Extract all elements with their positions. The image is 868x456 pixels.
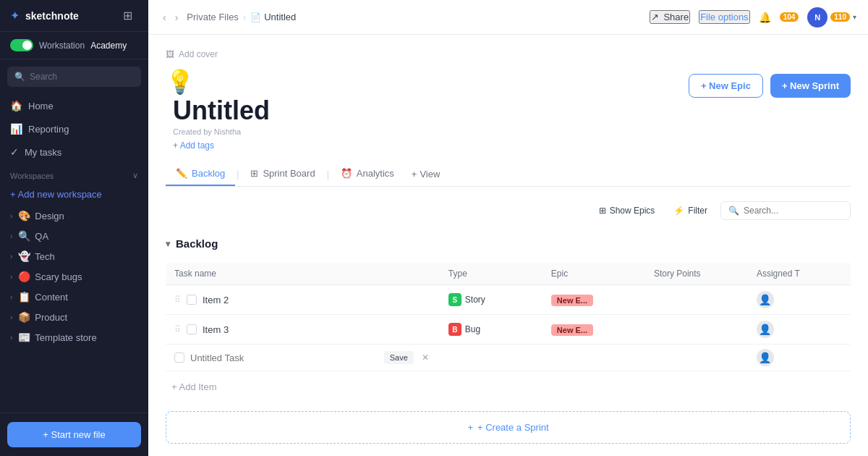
product-chevron: › [10,313,12,321]
toggle-dot [22,41,32,50]
sidebar-item-template-store[interactable]: › 📰 Template store [0,327,148,347]
show-epics-icon: ⊞ [599,206,606,216]
table-toolbar: ⊞ Show Epics ⚡ Filter 🔍 [166,198,851,223]
col-epic: Epic [542,263,645,285]
content-label: Content [35,292,68,303]
avatar[interactable]: N [807,7,827,28]
new-task-cancel-button[interactable]: ✕ [420,350,431,365]
add-item-button[interactable]: + Add Item [166,379,851,395]
content-icon: 📋 [18,291,30,303]
table-search-box[interactable]: 🔍 [720,201,851,220]
search-input[interactable] [30,72,134,82]
product-label: Product [35,312,67,323]
drag-handle-item2[interactable]: ⠿ [174,295,181,305]
qa-label: QA [35,231,48,242]
forward-button[interactable]: › [172,9,182,26]
start-new-file-button[interactable]: + Start new file [7,422,141,447]
file-options-button[interactable]: File options [699,10,749,24]
tab-backlog[interactable]: ✏️ Backlog [166,162,235,186]
show-epics-button[interactable]: ⊞ Show Epics [593,203,661,219]
template-store-label: Template store [35,332,96,343]
design-chevron: › [10,212,12,220]
sidebar-item-my-tasks[interactable]: ✓ My tasks [0,140,148,164]
type-badge-item3[interactable]: B Bug [448,323,480,336]
breadcrumb-private-files[interactable]: Private Files [187,12,239,22]
task-table: Task name Type Epic Story Points Assigne… [166,263,851,371]
add-tags-button[interactable]: + Add tags [173,140,270,151]
add-cover-label: Add cover [179,49,218,59]
sidebar-item-scary-bugs[interactable]: › 🔴 Scary bugs [0,266,148,287]
tab-add-view[interactable]: + View [404,163,448,185]
sidebar-item-content[interactable]: › 📋 Content [0,287,148,307]
type-cell-item2: S Story [440,285,542,315]
assigned-cell-item2: 👤 [748,285,851,315]
tab-sprint-board[interactable]: ⊞ Sprint Board [240,162,325,186]
page-meta: Untitled Created by Nishtha + Add tags [173,96,270,151]
sidebar-logo: ✦ sketchnote ⊞ [0,0,148,32]
toggle-switch[interactable] [10,39,33,51]
drag-handle-item3[interactable]: ⠿ [174,324,181,334]
tab-analytics[interactable]: ⏰ Analytics [331,162,404,186]
task-name-item2[interactable]: Item 2 [203,295,229,305]
table-search-input[interactable] [744,206,843,216]
sidebar-item-product[interactable]: › 📦 Product [0,307,148,327]
sidebar-item-reporting[interactable]: 📊 Reporting [0,117,148,140]
create-sprint-button[interactable]: + + Create a Sprint [176,422,840,433]
sidebar-item-qa[interactable]: › 🔍 QA [0,226,148,246]
checkbox-item3[interactable] [187,324,197,334]
analytics-tab-icon: ⏰ [341,168,352,179]
checkbox-item2[interactable] [187,295,197,305]
share-label: Share [663,12,689,22]
sidebar-item-design[interactable]: › 🎨 Design [0,206,148,226]
sprint-board-tab-label: Sprint Board [263,168,315,179]
scary-bugs-label: Scary bugs [35,271,82,282]
page-title[interactable]: Untitled [173,96,270,126]
backlog-section-label: Backlog [176,237,218,250]
reporting-icon: 📊 [10,123,22,135]
sidebar-search-box[interactable]: 🔍 [7,67,141,87]
tab-separator-2: | [326,169,331,180]
story-points-cell-item2 [645,285,748,315]
home-icon: 🏠 [10,100,22,111]
table-body: ⠿ Item 2 S Story [166,285,851,371]
new-task-name-cell: Save ✕ [166,345,440,371]
task-name-cell-item2: ⠿ Item 2 [166,285,440,315]
assigned-user-icon-item3[interactable]: 👤 [757,321,774,338]
new-task-input[interactable] [190,352,378,363]
add-cover-button[interactable]: 🖼 Add cover [166,49,851,59]
assigned-user-icon-item2[interactable]: 👤 [757,291,774,308]
sprint-board-tab-icon: ⊞ [250,168,258,179]
type-badge-item2[interactable]: S Story [448,293,485,306]
backlog-tab-icon: ✏️ [176,168,187,179]
back-button[interactable]: ‹ [160,9,169,26]
sidebar-item-my-tasks-label: My tasks [25,147,61,158]
sidebar-item-home[interactable]: 🏠 Home [0,94,148,117]
new-epic-button[interactable]: + New Epic [689,74,763,98]
add-workspace-btn[interactable]: + Add new workspace [0,183,148,206]
filter-button[interactable]: ⚡ Filter [668,203,713,219]
new-task-save-button[interactable]: Save [384,351,414,364]
notification-bell-icon[interactable]: 🔔 [759,12,771,23]
collapse-icon[interactable]: ▾ [166,239,170,249]
topbar: ‹ › Private Files › 📄 Untitled ↗ Share F… [148,0,868,35]
avatar-chevron-icon[interactable]: ▾ [853,13,856,21]
cover-icon: 🖼 [166,49,174,59]
epic-badge-item3[interactable]: New E... [551,324,593,336]
page-title-area: 💡 Untitled Created by Nishtha + Add tags [166,68,270,151]
nav-arrows: ‹ › [160,9,181,26]
page-emoji: 💡 [166,69,195,95]
created-by-text: Created by Nishtha [173,127,270,136]
qa-chevron: › [10,232,12,240]
share-button[interactable]: ↗ Share [650,10,690,24]
sidebar-item-tech[interactable]: › 👻 Tech [0,246,148,266]
workspaces-chevron[interactable]: ∨ [132,171,138,180]
new-sprint-button[interactable]: + New Sprint [770,74,851,98]
create-sprint-area[interactable]: + + Create a Sprint [166,411,851,444]
design-icon: 🎨 [18,210,30,221]
epic-badge-item2[interactable]: New E... [551,295,593,306]
sidebar: ✦ sketchnote ⊞ Workstation Academy 🔍 🏠 H… [0,0,148,456]
sidebar-toggle-icon[interactable]: ⊞ [123,9,132,22]
new-task-checkbox[interactable] [174,352,184,363]
tabs-bar: ✏️ Backlog | ⊞ Sprint Board | ⏰ Analytic… [166,162,851,187]
task-name-item3[interactable]: Item 3 [203,324,229,335]
